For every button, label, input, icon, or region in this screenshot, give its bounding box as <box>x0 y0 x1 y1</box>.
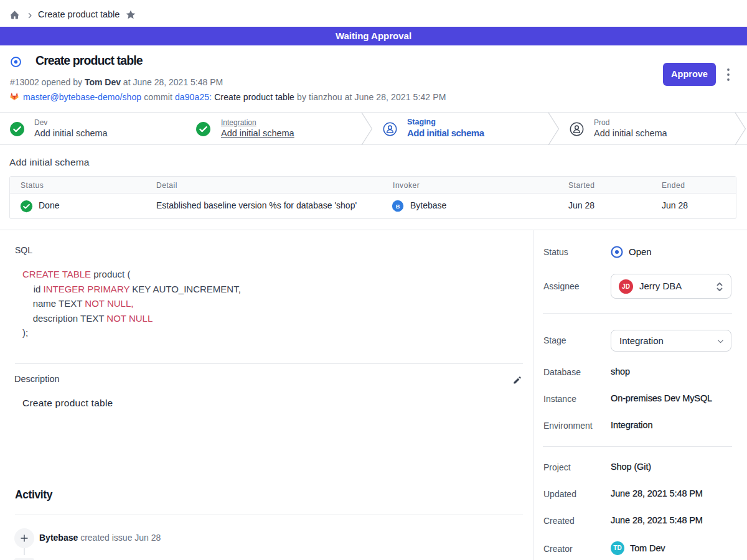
svg-text:B: B <box>396 203 400 210</box>
